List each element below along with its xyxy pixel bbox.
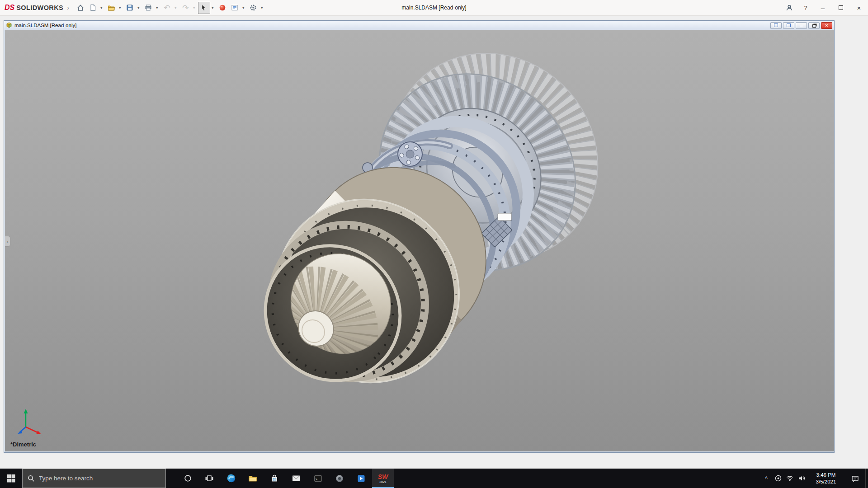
user-account-button[interactable] xyxy=(781,0,797,15)
home-icon xyxy=(77,4,84,11)
hidden-icons-button[interactable]: ^ xyxy=(760,469,772,488)
file-explorer-icon xyxy=(249,474,257,482)
menu-expand-chevron[interactable]: › xyxy=(67,4,69,11)
document-titlebar[interactable]: main.SLDASM [Read-only] – × xyxy=(4,21,834,30)
volume-button[interactable] xyxy=(796,469,807,488)
options-caret[interactable]: ▾ xyxy=(259,6,264,10)
blue-app-icon xyxy=(357,474,365,483)
ds-logo-icon: DS xyxy=(5,4,14,12)
gray-app-button[interactable] xyxy=(329,469,350,488)
orientation-triad xyxy=(18,409,41,434)
show-desktop-button[interactable] xyxy=(865,469,868,488)
part-label-tag xyxy=(498,213,511,221)
app-minimize-button[interactable]: – xyxy=(814,0,832,15)
store-icon xyxy=(270,474,278,483)
help-icon: ? xyxy=(804,5,807,11)
window-pane-icon xyxy=(787,23,791,27)
document-window-controls: – × xyxy=(770,22,832,29)
doc-window-button-1[interactable] xyxy=(770,22,782,29)
chevron-up-icon: ^ xyxy=(765,475,768,482)
print-caret[interactable]: ▾ xyxy=(155,6,160,10)
doc-window-button-2[interactable] xyxy=(783,22,794,29)
action-center-icon xyxy=(851,475,859,482)
open-folder-icon xyxy=(108,4,115,11)
save-caret[interactable]: ▾ xyxy=(136,6,141,10)
app-close-button[interactable]: × xyxy=(850,0,868,15)
taskbar-clock[interactable]: 3:46 PM 3/5/2021 xyxy=(807,472,844,485)
open-button[interactable] xyxy=(105,2,118,14)
tray-app-button[interactable] xyxy=(772,469,784,488)
document-title: main.SLDASM [Read-only] xyxy=(14,23,76,28)
3dexperience-button[interactable] xyxy=(217,2,229,14)
redo-icon: ↷ xyxy=(182,4,189,12)
red-sphere-icon xyxy=(219,4,226,11)
task-view-icon xyxy=(205,474,213,482)
undo-button[interactable]: ↶ xyxy=(161,2,173,14)
taskbar-app-icons: >_ SW 2021 xyxy=(177,469,394,488)
file-explorer-button[interactable] xyxy=(242,469,264,488)
terminal-icon: >_ xyxy=(314,474,322,483)
windows-start-icon xyxy=(7,474,15,483)
print-button[interactable] xyxy=(142,2,155,14)
close-icon: × xyxy=(857,4,861,12)
svg-text:>_: >_ xyxy=(316,477,320,481)
new-document-caret[interactable]: ▾ xyxy=(99,6,104,10)
mail-button[interactable] xyxy=(285,469,307,488)
blue-app-button[interactable] xyxy=(350,469,372,488)
engine-3d-model[interactable] xyxy=(5,30,834,451)
doc-minimize-button[interactable]: – xyxy=(796,22,807,29)
help-button[interactable]: ? xyxy=(797,0,814,15)
file-properties-caret[interactable]: ▾ xyxy=(241,6,246,10)
taskbar: >_ SW 2021 ^ xyxy=(0,469,868,488)
undo-caret[interactable]: ▾ xyxy=(173,6,178,10)
task-pane-icon xyxy=(231,4,238,11)
system-tray: ^ 3:46 PM 3/5/2021 xyxy=(760,469,868,488)
panel-collapse-chevron-icon: › xyxy=(7,239,8,244)
doc-close-button[interactable]: × xyxy=(821,22,832,29)
app-maximize-button[interactable] xyxy=(832,0,850,15)
wifi-icon xyxy=(786,475,793,481)
graphics-viewport[interactable]: › *Dimetric xyxy=(5,30,834,451)
new-document-button[interactable] xyxy=(87,2,99,14)
open-caret[interactable]: ▾ xyxy=(118,6,123,10)
search-input[interactable] xyxy=(39,475,160,482)
speaker-icon xyxy=(798,475,805,482)
edge-icon xyxy=(227,474,236,483)
save-icon xyxy=(126,4,133,11)
app-title: main.SLDASM [Read-only] xyxy=(401,5,466,11)
task-view-button[interactable] xyxy=(198,469,220,488)
doc-restore-button[interactable] xyxy=(808,22,820,29)
redo-caret[interactable]: ▾ xyxy=(192,6,197,10)
new-document-icon xyxy=(89,4,96,11)
clock-date: 3/5/2021 xyxy=(807,479,844,485)
feature-panel-collapse-tab[interactable]: › xyxy=(5,236,10,247)
save-button[interactable] xyxy=(124,2,136,14)
edge-button[interactable] xyxy=(220,469,242,488)
home-button[interactable] xyxy=(75,2,87,14)
redo-button[interactable]: ↷ xyxy=(179,2,192,14)
terminal-button[interactable]: >_ xyxy=(307,469,329,488)
minimize-icon: – xyxy=(821,4,825,12)
select-tool-caret[interactable]: ▾ xyxy=(210,6,215,10)
document-window: main.SLDASM [Read-only] – × xyxy=(4,20,835,453)
gray-app-icon xyxy=(335,474,344,483)
store-button[interactable] xyxy=(264,469,285,488)
options-button[interactable] xyxy=(247,2,259,14)
solidworks-taskbar-button[interactable]: SW 2021 xyxy=(372,469,394,488)
cortana-button[interactable] xyxy=(177,469,198,488)
print-icon xyxy=(145,4,152,11)
action-center-button[interactable] xyxy=(844,469,865,488)
solidworks-2021-icon: SW 2021 xyxy=(378,474,388,483)
network-button[interactable] xyxy=(784,469,796,488)
start-button[interactable] xyxy=(0,469,22,488)
taskbar-search[interactable] xyxy=(22,469,166,488)
tray-app-icon xyxy=(775,475,782,482)
view-orientation-label: *Dimetric xyxy=(10,441,36,448)
cursor-select-icon xyxy=(200,4,208,11)
desktop: DS SOLIDWORKS › ▾ ▾ ▾ ▾ ↶ ▾ xyxy=(0,0,868,488)
select-tool-button[interactable] xyxy=(198,2,210,14)
solidworks-logo[interactable]: DS SOLIDWORKS xyxy=(5,4,63,12)
clock-time: 3:46 PM xyxy=(807,472,844,479)
file-properties-button[interactable] xyxy=(229,2,241,14)
window-pane-icon xyxy=(774,23,778,27)
